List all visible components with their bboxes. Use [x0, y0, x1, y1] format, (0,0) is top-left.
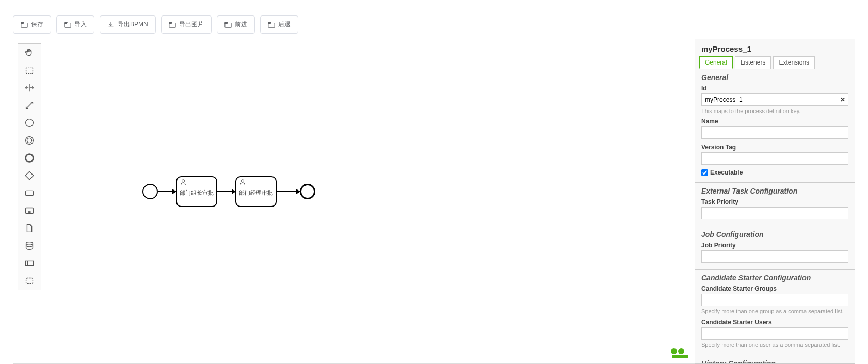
svg-point-20	[671, 348, 677, 354]
task-tool[interactable]	[18, 184, 41, 202]
back-button[interactable]: 后退	[260, 15, 298, 34]
group-title: History Configuration	[701, 359, 848, 364]
candidate-users-hint: Specify more than one user as a comma se…	[701, 341, 848, 349]
data-store-tool[interactable]	[18, 237, 41, 255]
task-priority-label: Task Priority	[701, 198, 848, 205]
back-label: 后退	[278, 20, 291, 29]
executable-label: Executable	[710, 169, 743, 176]
candidate-users-label: Candidate Starter Users	[701, 319, 848, 326]
folder-icon	[64, 21, 71, 28]
svg-point-14	[26, 242, 33, 245]
subprocess-tool[interactable]	[18, 202, 41, 219]
start-event-tool[interactable]	[18, 114, 41, 132]
group-general: General Id ✕ This maps to the process de…	[695, 69, 855, 182]
sequence-flow[interactable]	[277, 191, 300, 192]
group-candidate-starter: Candidate Starter Configuration Candidat…	[695, 269, 855, 355]
global-connect-tool[interactable]	[18, 97, 41, 114]
user-task-1[interactable]: 部门组长审批	[176, 176, 217, 207]
version-tag-label: Version Tag	[701, 144, 848, 151]
clear-icon[interactable]: ✕	[840, 96, 845, 103]
user-icon	[180, 179, 187, 186]
candidate-groups-input[interactable]	[701, 294, 848, 306]
svg-point-9	[26, 154, 34, 162]
bpmn-io-logo	[670, 347, 690, 359]
sequence-flow[interactable]	[217, 191, 235, 192]
folder-icon	[224, 21, 232, 28]
panel-header: myProcess_1	[695, 39, 855, 56]
toolbar: 保存 导入 导出BPMN 导出图片 前进 后退	[13, 0, 855, 39]
svg-point-19	[241, 180, 244, 182]
svg-point-21	[678, 348, 684, 354]
export-bpmn-button[interactable]: 导出BPMN	[100, 15, 156, 34]
svg-rect-17	[26, 278, 33, 284]
intermediate-event-tool[interactable]	[18, 132, 41, 149]
data-object-tool[interactable]	[18, 219, 41, 237]
group-title: General	[701, 73, 848, 82]
group-tool[interactable]	[18, 272, 41, 290]
end-event-node[interactable]	[300, 184, 315, 199]
folder-icon	[21, 21, 28, 28]
svg-rect-22	[672, 355, 688, 358]
svg-point-6	[26, 119, 34, 127]
svg-rect-5	[26, 67, 33, 74]
folder-icon	[169, 21, 176, 28]
job-priority-label: Job Priority	[701, 242, 848, 249]
save-label: 保存	[31, 20, 43, 29]
export-image-button[interactable]: 导出图片	[161, 15, 212, 34]
tab-listeners[interactable]: Listeners	[735, 56, 771, 69]
name-label: Name	[701, 118, 848, 125]
sequence-flow[interactable]	[158, 191, 176, 192]
export-image-label: 导出图片	[179, 20, 204, 29]
group-history: History Configuration	[695, 355, 855, 364]
name-input[interactable]	[701, 126, 848, 139]
group-title: External Task Configuration	[701, 187, 848, 195]
tab-extensions[interactable]: Extensions	[773, 56, 815, 69]
import-button[interactable]: 导入	[56, 15, 94, 34]
gateway-tool[interactable]	[18, 167, 41, 184]
task-label: 部门经理审批	[239, 189, 273, 197]
candidate-users-input[interactable]	[701, 327, 848, 340]
group-title: Candidate Starter Configuration	[701, 274, 848, 282]
id-label: Id	[701, 85, 848, 92]
user-task-2[interactable]: 部门经理审批	[235, 176, 277, 207]
start-event-node[interactable]	[142, 184, 158, 199]
tab-general[interactable]: General	[699, 56, 733, 69]
hand-tool[interactable]	[18, 44, 41, 61]
properties-panel[interactable]: myProcess_1 General Listeners Extensions…	[695, 39, 855, 364]
group-external-task: External Task Configuration Task Priorit…	[695, 182, 855, 226]
svg-point-8	[27, 138, 31, 143]
svg-point-18	[182, 180, 184, 182]
executable-checkbox[interactable]	[701, 169, 708, 176]
folder-icon	[268, 21, 275, 28]
download-icon	[107, 21, 115, 28]
svg-rect-10	[25, 171, 34, 180]
export-bpmn-label: 导出BPMN	[118, 20, 148, 29]
forward-button[interactable]: 前进	[217, 15, 255, 34]
id-input[interactable]	[701, 93, 848, 106]
end-event-tool[interactable]	[18, 149, 41, 167]
group-title: Job Configuration	[701, 230, 848, 239]
bpmn-canvas[interactable]: 部门组长审批 部门经理审批	[13, 39, 695, 364]
candidate-groups-label: Candidate Starter Groups	[701, 285, 848, 292]
group-job: Job Configuration Job Priority	[695, 226, 855, 269]
job-priority-input[interactable]	[701, 250, 848, 263]
task-priority-input[interactable]	[701, 207, 848, 219]
svg-rect-15	[26, 261, 34, 265]
version-tag-input[interactable]	[701, 152, 848, 165]
svg-rect-11	[26, 191, 34, 195]
id-hint: This maps to the process definition key.	[701, 107, 848, 115]
participant-tool[interactable]	[18, 255, 41, 272]
forward-label: 前进	[235, 20, 247, 29]
space-tool[interactable]	[18, 79, 41, 97]
user-icon	[239, 179, 246, 186]
task-label: 部门组长审批	[180, 189, 214, 197]
lasso-tool[interactable]	[18, 61, 41, 79]
save-button[interactable]: 保存	[13, 15, 51, 34]
palette	[18, 43, 41, 290]
import-label: 导入	[74, 20, 87, 29]
candidate-groups-hint: Specify more than one group as a comma s…	[701, 308, 848, 315]
